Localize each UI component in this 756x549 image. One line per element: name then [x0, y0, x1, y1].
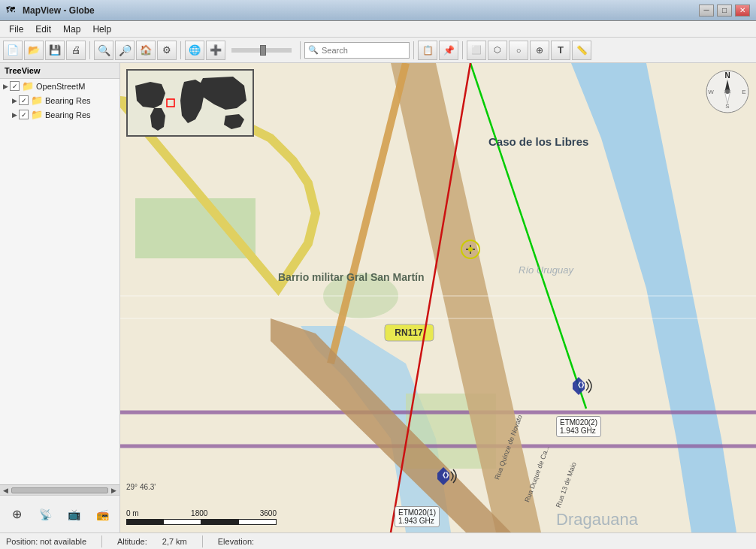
status-sep-2: [202, 535, 203, 547]
checkbox-bearing2[interactable]: ✓: [19, 110, 29, 119]
etm2-name: ETM020(2): [560, 418, 597, 427]
folder-icon-0: 📁: [22, 80, 34, 92]
menu-bar: File Edit Map Help: [0, 21, 756, 38]
settings-button[interactable]: ⚙: [157, 41, 177, 60]
etm2-label: ETM020(2) 1.943 GHz: [556, 416, 601, 437]
search-box[interactable]: 🔍: [304, 42, 410, 59]
tree-label-openstreetmap: OpenStreetM: [36, 82, 85, 91]
sep3: [300, 41, 301, 59]
checkbox-bearing1[interactable]: ✓: [19, 95, 29, 105]
tree-arrow-2[interactable]: ▶: [12, 111, 17, 119]
minimize-button[interactable]: ─: [699, 5, 714, 17]
close-button[interactable]: ✕: [735, 5, 750, 17]
sidebar-scrollbar[interactable]: ◀ ▶: [0, 484, 119, 495]
text-button[interactable]: T: [551, 41, 570, 60]
svg-text:Barrio militar Gral San Martín: Barrio militar Gral San Martín: [278, 271, 425, 283]
scroll-right-arrow[interactable]: ▶: [110, 487, 118, 494]
tree-label-bearing1: Bearing Res: [45, 96, 91, 105]
menu-file[interactable]: File: [3, 23, 29, 36]
treeview-header: TreeView: [0, 63, 119, 79]
svg-point-21: [468, 247, 473, 252]
status-sep-1: [101, 535, 102, 547]
tree-arrow-0[interactable]: ▶: [3, 83, 8, 90]
checkbox-openstreetmap[interactable]: ✓: [10, 81, 20, 91]
add-layer-button[interactable]: ➕: [206, 41, 225, 60]
scale-bar: 0 m 1800 3600: [126, 509, 277, 525]
print-button[interactable]: 🖨: [66, 41, 86, 60]
app-icon: 🗺: [6, 5, 18, 17]
scale-seg-2: [163, 519, 201, 525]
etm1-label: ETM020(1) 1.943 GHz: [395, 506, 440, 527]
scale-seg-4: [238, 519, 277, 525]
window-title: MapView - Globe: [23, 5, 699, 16]
tree-scroll[interactable]: ▶ ✓ 📁 OpenStreetM ▶ ✓ 📁 Bearing Res ▶ ✓ …: [0, 79, 119, 484]
elevation-label: Elevation:: [218, 537, 254, 546]
tree-arrow-1[interactable]: ▶: [12, 97, 17, 104]
polygon-button[interactable]: ⬡: [488, 41, 507, 60]
scale-mid: 1800: [191, 509, 207, 517]
search-icon: 🔍: [308, 45, 319, 55]
signal-tool[interactable]: 📻: [92, 504, 113, 525]
sep2: [180, 41, 181, 59]
toolbar: 📄 📂 💾 🖨 🔍 🔎 🏠 ⚙ 🌐 ➕ 🔍 📋 📌 ⬜ ⬡ ○ ⊕ T 📏: [0, 38, 756, 63]
zoom-in-button[interactable]: 🔍: [94, 41, 113, 60]
north-compass: N S W E: [705, 69, 750, 114]
crosshair-tool[interactable]: ⊕: [7, 504, 28, 525]
altitude-value: 2,7 km: [162, 537, 187, 546]
folder-icon-2: 📁: [31, 109, 43, 120]
window-controls: ─ □ ✕: [699, 5, 750, 17]
svg-point-44: [725, 89, 730, 94]
slider-thumb[interactable]: [260, 45, 266, 56]
home-button[interactable]: 🏠: [136, 41, 156, 60]
ruler-button[interactable]: 📏: [572, 41, 591, 60]
tree-item-bearing1[interactable]: ▶ ✓ 📁 Bearing Res: [0, 93, 119, 107]
scale-seg-1: [126, 519, 163, 525]
altitude-label: Altitude:: [117, 537, 147, 546]
main-layout: TreeView ▶ ✓ 📁 OpenStreetM ▶ ✓ 📁 Bearing…: [0, 63, 756, 532]
svg-marker-35: [150, 108, 165, 131]
save-button[interactable]: 💾: [45, 41, 65, 60]
scroll-left-arrow[interactable]: ◀: [2, 487, 10, 494]
zoom-out-button[interactable]: 🔎: [115, 41, 135, 60]
menu-edit[interactable]: Edit: [29, 23, 57, 36]
menu-map[interactable]: Map: [57, 23, 86, 36]
copy-button[interactable]: 📋: [418, 41, 437, 60]
etm2-freq: 1.943 GHz: [560, 427, 597, 435]
menu-help[interactable]: Help: [86, 23, 117, 36]
maximize-button[interactable]: □: [717, 5, 732, 17]
etm1-freq: 1.943 GHz: [398, 517, 436, 525]
globe-button[interactable]: 🌐: [185, 41, 204, 60]
svg-text:《》: 《》: [439, 472, 452, 479]
circle-button[interactable]: ○: [509, 41, 528, 60]
h-scroll-container: ◀ ▶: [0, 487, 119, 494]
tree-label-bearing2: Bearing Res: [45, 110, 91, 119]
search-input[interactable]: [322, 46, 404, 55]
paste-button[interactable]: 📌: [439, 41, 458, 60]
tree-item-bearing2[interactable]: ▶ ✓ 📁 Bearing Res: [0, 107, 119, 122]
svg-text:RN117: RN117: [395, 327, 423, 338]
open-button[interactable]: 📂: [24, 41, 44, 60]
svg-text:Río Uruguay: Río Uruguay: [519, 264, 574, 276]
status-bar: Position: not available Altitude: 2,7 km…: [0, 532, 756, 549]
point-button[interactable]: ⊕: [530, 41, 549, 60]
monitor-tool[interactable]: 📺: [63, 504, 84, 525]
sep5: [462, 41, 463, 59]
scroll-thumb[interactable]: [11, 487, 108, 493]
svg-text:E: E: [742, 89, 745, 95]
select-rect-button[interactable]: ⬜: [467, 41, 486, 60]
new-button[interactable]: 📄: [3, 41, 23, 60]
tree-item-openstreetmap[interactable]: ▶ ✓ 📁 OpenStreetM: [0, 79, 119, 93]
zoom-slider[interactable]: [231, 48, 292, 53]
svg-text:W: W: [708, 89, 714, 95]
svg-text:Caso de los Libres: Caso de los Libres: [488, 135, 588, 148]
antenna-tool[interactable]: 📡: [35, 504, 56, 525]
title-bar: 🗺 MapView - Globe ─ □ ✕: [0, 0, 756, 21]
scale-seg-3: [201, 519, 238, 525]
svg-text:Dragauana: Dragauana: [556, 510, 639, 529]
svg-text:S: S: [725, 103, 729, 110]
position-status: Position: not available: [6, 537, 86, 546]
map-area[interactable]: RN117 《》 《》: [120, 63, 756, 532]
sep4: [413, 41, 414, 59]
svg-rect-3: [135, 198, 256, 258]
svg-text:N: N: [724, 71, 730, 80]
